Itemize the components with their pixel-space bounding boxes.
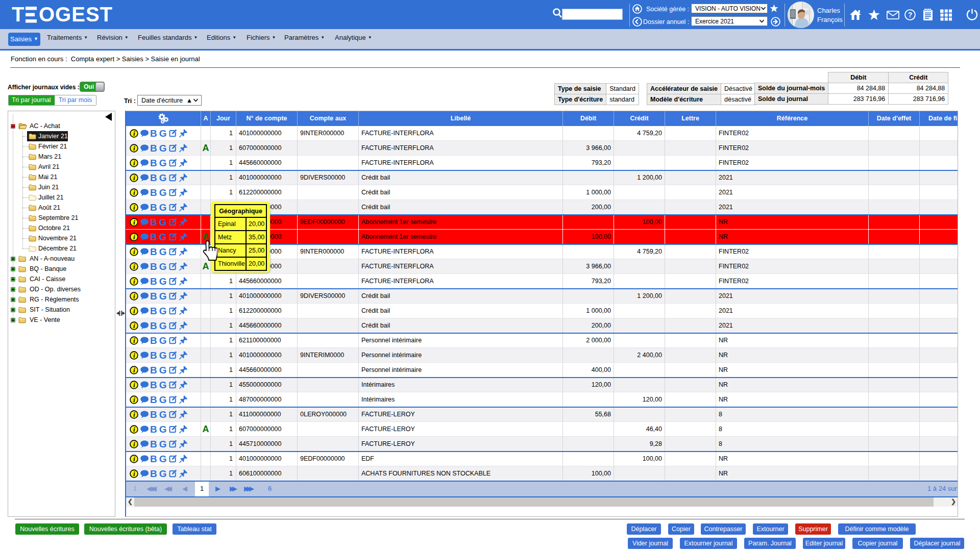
svg-text:i: i — [133, 263, 135, 270]
svg-text:i: i — [133, 425, 135, 433]
svg-text:i: i — [133, 218, 135, 226]
svg-text:i: i — [133, 455, 135, 463]
svg-text:i: i — [133, 233, 135, 241]
svg-text:i: i — [133, 366, 135, 374]
svg-text:i: i — [133, 278, 135, 285]
svg-text:i: i — [133, 307, 135, 315]
svg-text:i: i — [133, 337, 135, 344]
svg-text:i: i — [133, 130, 135, 137]
svg-text:i: i — [133, 440, 135, 448]
svg-text:i: i — [133, 159, 135, 167]
svg-text:i: i — [133, 381, 135, 389]
svg-text:i: i — [133, 248, 135, 256]
svg-text:i: i — [133, 411, 135, 418]
svg-text:T: T — [12, 5, 24, 25]
svg-text:i: i — [133, 144, 135, 152]
svg-text:i: i — [133, 174, 135, 182]
svg-text:i: i — [133, 396, 135, 404]
svg-text:i: i — [133, 470, 135, 478]
svg-text:i: i — [133, 292, 135, 300]
svg-text:i: i — [133, 204, 135, 211]
svg-text:OGEST: OGEST — [39, 5, 113, 25]
svg-text:i: i — [133, 352, 135, 359]
svg-text:?: ? — [908, 11, 913, 19]
svg-text:i: i — [133, 322, 135, 330]
svg-text:i: i — [133, 189, 135, 196]
